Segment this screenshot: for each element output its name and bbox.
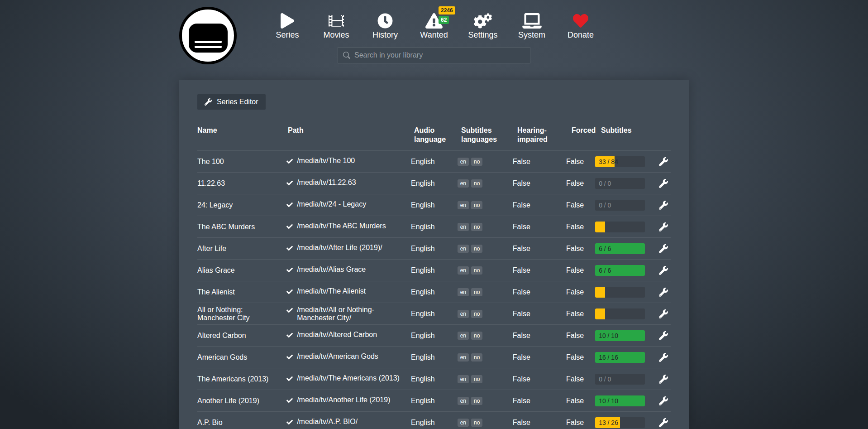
wrench-icon [659, 266, 668, 275]
language-badge: en [458, 310, 469, 318]
edit-series-button[interactable] [657, 351, 670, 364]
subtitles-languages: enno [458, 332, 513, 340]
edit-series-button[interactable] [657, 155, 670, 168]
progress-label: 33 / 84 [599, 158, 618, 165]
progress-label: 0 / 0 [599, 202, 611, 209]
series-name[interactable]: A.P. Bio [197, 419, 286, 427]
series-name[interactable]: The Americans (2013) [197, 375, 286, 383]
edit-series-button[interactable] [657, 242, 670, 255]
series-name[interactable]: The 100 [197, 158, 286, 166]
subtitles-progress-bar: 33 / 84 [595, 156, 645, 167]
app-logo[interactable] [179, 7, 237, 64]
column-header-languages: Subtitles languages [461, 126, 517, 144]
subtitles-progress-cell: 13 / 26 [595, 417, 657, 428]
check-icon [286, 223, 293, 231]
hearing-impaired-value: False [513, 310, 566, 318]
series-path: /media/tv/Alias Grace [286, 265, 411, 275]
edit-series-button[interactable] [657, 177, 670, 190]
nav-item-movies[interactable]: Movies [319, 12, 353, 40]
edit-series-button[interactable] [657, 329, 670, 342]
heart-icon [572, 12, 589, 30]
language-badge: no [471, 288, 482, 296]
language-badge: no [471, 266, 482, 275]
series-name[interactable]: Altered Carbon [197, 332, 286, 340]
series-name[interactable]: 11.22.63 [197, 179, 286, 188]
forced-value: False [566, 179, 595, 188]
nav-item-series[interactable]: Series [270, 12, 305, 40]
edit-series-button[interactable] [657, 416, 670, 429]
series-name[interactable]: After Life [197, 245, 286, 253]
hearing-impaired-value: False [513, 201, 566, 209]
nav-item-wanted[interactable]: 2246 62 Wanted [417, 12, 451, 40]
series-path: /media/tv/Altered Carbon [286, 331, 411, 340]
subtitles-progress-cell [595, 287, 657, 298]
row-actions [657, 286, 671, 299]
edit-series-button[interactable] [657, 308, 670, 320]
hearing-impaired-value: False [513, 179, 566, 188]
nav-item-history[interactable]: History [368, 12, 402, 40]
nav-item-donate[interactable]: Donate [563, 12, 598, 40]
wrench-icon [659, 288, 668, 297]
series-name[interactable]: All or Nothing: Manchester City [197, 306, 286, 322]
series-editor-label: Series Editor [217, 98, 258, 106]
search-input[interactable] [354, 51, 525, 59]
language-badge: en [458, 353, 469, 362]
forced-value: False [566, 158, 595, 166]
audio-language-value: English [411, 245, 458, 253]
series-path: /media/tv/American Gods [286, 352, 411, 362]
wrench-icon [659, 396, 668, 405]
audio-language-value: English [411, 223, 458, 231]
forced-value: False [566, 245, 595, 253]
row-actions [657, 242, 671, 255]
check-icon [286, 354, 293, 362]
library-search [338, 47, 530, 63]
table-row: The Americans (2013) /media/tv/The Ameri… [197, 368, 671, 390]
wrench-icon [659, 353, 668, 362]
nav-label: History [372, 30, 398, 40]
nav-item-system[interactable]: System [515, 12, 549, 40]
subtitles-progress-cell [595, 308, 657, 319]
table-row: American Gods /media/tv/American Gods En… [197, 346, 671, 368]
edit-series-button[interactable] [657, 199, 670, 212]
series-name[interactable]: 24: Legacy [197, 201, 286, 209]
edit-series-button[interactable] [657, 286, 670, 299]
subtitles-languages: enno [458, 419, 513, 427]
edit-series-button[interactable] [657, 221, 670, 233]
series-name[interactable]: Alias Grace [197, 266, 286, 275]
series-name[interactable]: The ABC Murders [197, 223, 286, 231]
language-badge: no [471, 397, 482, 405]
series-name[interactable]: Another Life (2019) [197, 397, 286, 405]
edit-series-button[interactable] [657, 373, 670, 386]
series-path: /media/tv/All or Nothing- Manchester Cit… [286, 306, 411, 322]
edit-series-button[interactable] [657, 264, 670, 277]
forced-value: False [566, 201, 595, 209]
table-row: 24: Legacy /media/tv/24 - Legacy English… [197, 194, 671, 216]
audio-language-value: English [411, 375, 458, 383]
series-name[interactable]: The Alienist [197, 288, 286, 296]
wrench-icon [205, 98, 212, 106]
audio-language-value: English [411, 397, 458, 405]
wrench-icon [659, 375, 668, 384]
language-badge: no [471, 310, 482, 318]
edit-series-button[interactable] [657, 395, 670, 407]
table-row: All or Nothing: Manchester City /media/t… [197, 303, 671, 324]
series-path-text: /media/tv/American Gods [297, 352, 378, 361]
progress-label: 10 / 10 [599, 332, 618, 339]
language-badge: en [458, 179, 469, 188]
table-row: 11.22.63 /media/tv/11.22.63 English enno… [197, 172, 671, 194]
subtitles-progress-bar: 0 / 0 [595, 374, 645, 385]
column-header-name: Name [197, 126, 288, 135]
table-header-row: Name Path Audio language Subtitles langu… [197, 121, 671, 150]
subtitles-progress-bar [595, 287, 645, 298]
header: Series Movies History 2246 62 Wanted [179, 0, 689, 63]
series-path-text: /media/tv/Another Life (2019) [297, 396, 390, 404]
series-path: /media/tv/The 100 [286, 157, 411, 166]
series-name[interactable]: American Gods [197, 353, 286, 362]
hearing-impaired-value: False [513, 332, 566, 340]
table-row: After Life /media/tv/After Life (2019)/ … [197, 237, 671, 259]
subtitles-progress-bar: 13 / 26 [595, 417, 645, 428]
nav-item-settings[interactable]: Settings [466, 12, 500, 40]
laptop-icon [522, 12, 542, 30]
progress-label: 16 / 16 [599, 354, 618, 361]
series-editor-button[interactable]: Series Editor [197, 94, 266, 110]
